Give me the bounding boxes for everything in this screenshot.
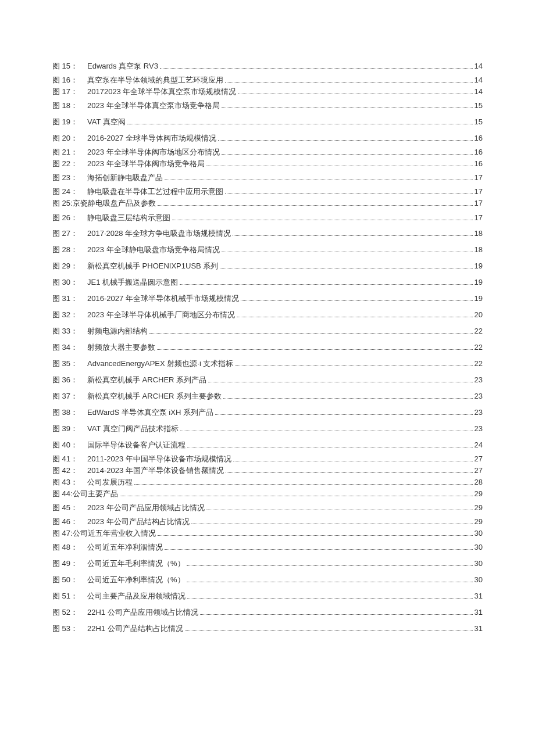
toc-entry-page: 17 — [475, 198, 483, 209]
toc-entry-page: 31 — [475, 588, 483, 604]
toc-dots — [206, 510, 473, 510]
toc-entry: 图 52： 22H1 公司产品应用领域占比情况 31 — [52, 604, 483, 621]
toc-entry: 图 20： 2016-2027 全球半导体阀市场规模情况 16 — [52, 130, 483, 146]
toc-entry: 图 37：新松真空机械手 ARCHER 系列主要参数 23 — [52, 388, 483, 404]
toc-entry-title: 海拓创新静电吸盘产品 — [87, 170, 163, 186]
toc-entry-title: 射频放大器主要参数 — [87, 339, 155, 356]
toc-entry-label: 图 16： — [52, 74, 86, 86]
toc-entry: 图 18： 2023 年全球半导体真空泵市场竞争格局 15 — [52, 98, 483, 114]
toc-entry: 图 31： 2016-2027 年全球半导体机械手市场规模情况 19 — [52, 291, 483, 307]
toc-entry-label: 图 42： — [52, 465, 86, 476]
toc-entry-label: 图 23： — [52, 170, 86, 186]
toc-entry-label: 图 34： — [52, 339, 86, 356]
toc-entry-page: 22 — [475, 339, 483, 356]
toc-entry: 图 29：新松真空机械手 PHOENIXP1USB 系列 19 — [52, 258, 483, 274]
toc-dots — [222, 154, 473, 155]
toc-entry-title: 静电吸盘在半导体工艺过程中应用示意图 — [87, 186, 223, 198]
toc-entry: 图 36：新松真空机械手 ARCHER 系列产品 23 — [52, 372, 483, 388]
toc-entry-title: 22H1 公司产品应用领域占比情况 — [87, 604, 198, 621]
toc-entry: 图 49：公司近五年毛利率情况（%） 30 — [52, 556, 483, 572]
toc-entry: 图 25:京瓷静电吸盘产品及参数 17 — [52, 198, 483, 209]
toc-entry: 图 51：公司主要产品及应用领域情况 31 — [52, 588, 483, 604]
toc-entry-title: 静电吸盘三层结构示意图 — [87, 210, 170, 226]
toc-dots — [158, 535, 473, 536]
toc-entry-page: 14 — [475, 58, 483, 74]
toc-entry: 图 16：真空泵在半导体领域的典型工艺环境应用 14 — [52, 74, 483, 86]
toc-dots — [200, 614, 473, 615]
toc-entry-label: 图 27： — [52, 225, 86, 242]
toc-entry-label: 图 21： — [52, 146, 86, 158]
toc-entry: 图 50：公司近五年净利率情况（%） 30 — [52, 572, 483, 588]
toc-entry-page: 23 — [475, 388, 483, 404]
toc-entry-label: 图 18： — [52, 98, 86, 114]
toc-entry-label: 图 15： — [52, 58, 86, 74]
toc-entry-title: 2016-2027 年全球半导体机械手市场规模情况 — [87, 291, 239, 307]
toc-entry: 图 15：Edwards 真空泵 RV3 14 — [52, 58, 483, 74]
toc-dots — [233, 235, 472, 236]
toc-entry: 图 23：海拓创新静电吸盘产品 17 — [52, 170, 483, 186]
toc-entry-title: 2023 年公司产品结构占比情况 — [87, 516, 190, 528]
toc-entry-page: 27 — [475, 465, 483, 476]
toc-entry: 图 26：静电吸盘三层结构示意图 17 — [52, 210, 483, 226]
toc-entry-title: 公司主要产品及应用领域情况 — [87, 588, 186, 604]
toc-entry-page: 17 — [475, 170, 483, 186]
toc-entry-title: 2023 年全球半导体机械手厂商地区分布情况 — [87, 307, 235, 323]
toc-dots — [149, 333, 473, 334]
toc-entry-label: 图 43： — [52, 476, 86, 488]
toc-entry-title: JE1 机械手搬送晶圆示意图 — [87, 274, 178, 291]
toc-entry-page: 27 — [475, 453, 483, 465]
toc-entry-page: 16 — [475, 146, 483, 158]
toc-dots — [160, 68, 473, 69]
toc-dots — [238, 94, 472, 94]
toc-dots — [233, 461, 473, 461]
toc-dots — [180, 431, 473, 431]
toc-entry-title: VAT 真空门阀产品技术指标 — [87, 421, 179, 437]
toc-entry: 图 24：静电吸盘在半导体工艺过程中应用示意图 17 — [52, 186, 483, 198]
toc-entry: 图 21： 2023 年全球半导体阀市场地区分布情况 16 — [52, 146, 483, 158]
toc-dots — [225, 194, 473, 194]
toc-entry-page: 15 — [475, 114, 483, 130]
toc-entry-page: 29 — [475, 516, 483, 528]
toc-entry-label: 图 17： — [52, 86, 86, 98]
toc-entry-label: 图 24： — [52, 186, 86, 198]
toc-entry: 图 43：公司发展历程 28 — [52, 476, 483, 488]
toc-entry-page: 23 — [475, 372, 483, 388]
toc-entry-title: 公司近五年净利泅情况 — [87, 539, 163, 556]
toc-entry: 图 38： EdWardS 半导体真空泵 iXH 系列产品 23 — [52, 404, 483, 421]
toc-entry: 图 40：国际半导体设备客户认证流程 24 — [52, 437, 483, 453]
toc-entry-page: 30 — [475, 539, 483, 556]
toc-dots — [225, 82, 473, 83]
toc-entry-page: 16 — [475, 158, 483, 170]
toc-entry-title: 公司发展历程 — [87, 476, 133, 488]
figure-list: 图 15：Edwards 真空泵 RV3 14图 16：真空泵在半导体领域的典型… — [52, 58, 483, 637]
toc-dots — [120, 496, 473, 496]
toc-entry: 图 42： 2014-2023 年国产半导体设备销售额情况 27 — [52, 465, 483, 476]
toc-entry-page: 19 — [475, 258, 483, 274]
toc-entry-title: 2016-2027 全球半导体阀市场规模情况 — [87, 130, 216, 146]
toc-entry-page: 15 — [475, 98, 483, 114]
toc-dots — [226, 472, 473, 473]
toc-entry-page: 17 — [475, 210, 483, 226]
toc-entry: 图 28： 2023 年全球静电吸盘市场竞争格局情况 18 — [52, 242, 483, 258]
toc-dots — [206, 166, 473, 166]
toc-entry-label: 图 36： — [52, 372, 86, 388]
toc-dots — [134, 484, 473, 485]
toc-dots — [241, 300, 473, 301]
toc-entry-title: Edwards 真空泵 RV3 — [87, 58, 158, 74]
toc-entry: 图 35： AdvancedEnergyAPEX 射频也源·i 支术指标 22 — [52, 356, 483, 372]
toc-entry-page: 22 — [475, 323, 483, 339]
toc-entry: 图 44:公司主要产品 29 — [52, 488, 483, 500]
toc-entry-label: 图 38： — [52, 404, 86, 421]
toc-dots — [237, 317, 473, 317]
toc-dots — [187, 582, 473, 582]
toc-entry-title: 20172023 年全球半导体真空泵市场规模情况 — [87, 86, 236, 98]
toc-entry-label: 图 32： — [52, 307, 86, 323]
toc-entry: 图 30： JE1 机械手搬送晶圆示意图 19 — [52, 274, 483, 291]
toc-entry-title: 新松真空机械手 ARCHER 系列主要参数 — [87, 388, 222, 404]
toc-entry-label: 图 28： — [52, 242, 86, 258]
toc-entry-label: 图 41： — [52, 453, 86, 465]
toc-entry-title: 22H1 公司产品结构占比情况 — [87, 621, 183, 637]
toc-entry-label: 图 51： — [52, 588, 86, 604]
toc-entry-page: 14 — [475, 74, 483, 86]
toc-entry-title: VAT 真空阀 — [87, 114, 126, 130]
